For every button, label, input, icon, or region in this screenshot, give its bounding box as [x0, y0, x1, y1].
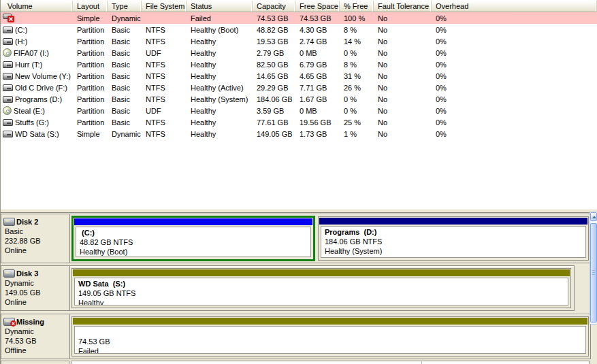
freespace-cell: 19.56 GB	[295, 116, 340, 128]
filesystem-cell: NTFS	[142, 93, 187, 105]
disk3-panel[interactable]: Disk 3 Dynamic 149.05 GB Online	[1, 266, 70, 310]
scrollbar-grip	[592, 270, 595, 276]
freespace-cell: 74.53 GB	[295, 12, 340, 24]
volume-cell: (C:)	[1, 24, 73, 35]
volume-row-stuffs[interactable]: Stuffs (G:) Partition Basic NTFS Healthy…	[1, 116, 597, 128]
filesystem-cell: NTFS	[142, 82, 187, 93]
overhead-cell: 0%	[432, 128, 597, 139]
partition-size: 48.82 GB NTFS	[80, 237, 307, 247]
pctfree-cell: 100 %	[340, 12, 374, 24]
partition-status: Failed	[78, 346, 582, 354]
pctfree-cell: 1 %	[340, 128, 374, 139]
volume-label: Old C Drive (F:)	[15, 84, 67, 92]
drive-icon	[3, 61, 13, 68]
freespace-cell: 1.73 GB	[295, 128, 340, 139]
volume-label: WD Sata (S:)	[15, 130, 59, 138]
partition-size: 74.53 GB	[78, 337, 582, 346]
volume-row-h[interactable]: (H:) Partition Basic NTFS Healthy 19.53 …	[1, 35, 597, 47]
volume-row-hurr[interactable]: Hurr (T:) Partition Basic NTFS Healthy 8…	[1, 59, 597, 70]
volume-row-failed[interactable]: Simple Dynamic Failed 74.53 GB 74.53 GB …	[1, 12, 597, 24]
column-header-filesystem[interactable]: File System	[142, 1, 187, 12]
status-cell: Healthy	[187, 35, 253, 47]
capacity-cell: 19.53 GB	[253, 35, 295, 47]
filesystem-cell: UDF	[142, 47, 187, 59]
scrollbar-thumb[interactable]	[590, 223, 597, 322]
status-cell: Failed	[187, 12, 253, 24]
partition-programs[interactable]: Programs (D:) 184.06 GB NTFS Healthy (Sy…	[318, 216, 589, 261]
vertical-scrollbar[interactable]	[590, 212, 597, 325]
pctfree-cell: 8 %	[340, 59, 374, 70]
missing-disk-panel[interactable]: Missing Dynamic 74.53 GB Offline	[1, 314, 70, 359]
drive-icon	[3, 73, 13, 80]
partition-label: 74.53 GB Failed	[74, 326, 586, 354]
disk-type: Dynamic	[3, 278, 68, 288]
column-header-faulttolerance[interactable]: Fault Tolerance	[374, 1, 432, 12]
column-header-status[interactable]: Status	[187, 1, 253, 12]
column-header-pctfree[interactable]: % Free	[340, 1, 374, 12]
drive-icon	[3, 131, 13, 137]
overhead-cell: 0%	[432, 35, 597, 47]
pctfree-cell: 31 %	[340, 70, 374, 82]
overhead-cell: 0%	[432, 12, 597, 24]
layout-cell: Partition	[73, 59, 108, 70]
scroll-up-button[interactable]	[590, 212, 597, 221]
volume-row-fifa07[interactable]: FIFA07 (I:) Partition Basic UDF Healthy …	[1, 47, 597, 59]
disk2-panel[interactable]: Disk 2 Basic 232.88 GB Online	[1, 214, 70, 263]
layout-cell: Partition	[73, 24, 108, 35]
next-disk-partitions-peek	[71, 361, 590, 364]
column-header-capacity[interactable]: Capacity	[253, 1, 295, 12]
layout-cell: Partition	[73, 35, 108, 47]
column-header-volume[interactable]: Volume	[1, 1, 73, 12]
volume-row-programs[interactable]: Programs (D:) Partition Basic NTFS Healt…	[1, 93, 597, 105]
layout-cell: Partition	[73, 105, 108, 116]
disk-status: Offline	[3, 346, 68, 355]
faulttolerance-cell: No	[374, 47, 432, 59]
volume-row-oldcdrive[interactable]: Old C Drive (F:) Partition Basic NTFS He…	[1, 82, 597, 93]
volume-label: (H:)	[15, 37, 27, 46]
volume-cell: FIFA07 (I:)	[1, 47, 73, 59]
status-cell: Healthy (System)	[187, 93, 253, 105]
capacity-cell: 29.29 GB	[253, 82, 295, 93]
partition-name: Programs (D:)	[325, 227, 582, 237]
filesystem-cell	[142, 12, 187, 24]
pctfree-cell: 26 %	[340, 82, 374, 93]
cd-drive-icon	[3, 106, 12, 115]
volume-cell: Stuffs (G:)	[1, 116, 73, 128]
partition-failed[interactable]: 74.53 GB Failed	[71, 316, 589, 357]
partition-c[interactable]: (C:) 48.82 GB NTFS Healthy (Boot)	[71, 216, 315, 261]
column-header-layout[interactable]: Layout	[73, 1, 108, 12]
overhead-cell: 0%	[432, 70, 597, 82]
partition-color-band	[319, 218, 587, 225]
volume-label: Steal (E:)	[14, 107, 45, 115]
status-cell: Healthy	[187, 128, 253, 139]
partition-color-band	[73, 318, 587, 325]
column-header-overhead[interactable]: Overhead	[432, 1, 597, 12]
partition-name: (C:)	[80, 228, 307, 237]
drive-icon	[3, 96, 13, 103]
volume-row-newvolume[interactable]: New Volume (Y:) Partition Basic NTFS Hea…	[1, 70, 597, 82]
layout-cell: Partition	[73, 70, 108, 82]
partition-wdsata[interactable]: WD Sata (S:) 149.05 GB NTFS Healthy	[71, 268, 571, 308]
column-header-freespace[interactable]: Free Space	[295, 1, 340, 12]
status-cell: Healthy	[187, 70, 253, 82]
layout-cell: Simple	[73, 128, 108, 139]
volume-row-wdsata[interactable]: WD Sata (S:) Simple Dynamic NTFS Healthy…	[1, 128, 597, 139]
drive-icon	[3, 119, 13, 126]
column-header-type[interactable]: Type	[108, 1, 142, 12]
disk-size: 149.05 GB	[3, 288, 68, 297]
partition-size: 184.06 GB NTFS	[325, 237, 582, 246]
status-cell: Healthy	[187, 105, 253, 116]
volume-cell: Hurr (T:)	[1, 59, 73, 70]
capacity-cell: 2.79 GB	[253, 47, 295, 59]
capacity-cell: 48.82 GB	[253, 24, 295, 35]
freespace-cell: 4.65 GB	[295, 70, 340, 82]
capacity-cell: 14.65 GB	[253, 70, 295, 82]
volume-row-c[interactable]: (C:) Partition Basic NTFS Healthy (Boot)…	[1, 24, 597, 35]
volume-row-steal[interactable]: Steal (E:) Partition Basic UDF Healthy 3…	[1, 105, 597, 116]
volume-cell: (H:)	[1, 35, 73, 47]
freespace-cell: 2.74 GB	[295, 35, 340, 47]
filesystem-cell: UDF	[142, 105, 187, 116]
drive-icon	[3, 27, 13, 33]
overhead-cell: 0%	[432, 24, 597, 35]
overhead-cell: 0%	[432, 47, 597, 59]
